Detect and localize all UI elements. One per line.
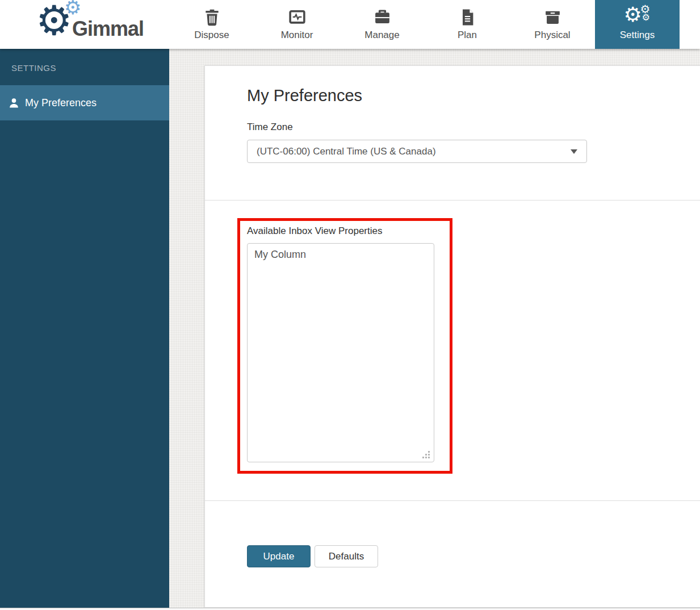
inbox-properties-listbox[interactable]: My Column (247, 243, 434, 462)
logo-small-gear-icon: ⚙ (64, 0, 81, 17)
brand-name: Gimmal (72, 17, 144, 41)
highlight-red-box: Available Inbox View Properties My Colum… (237, 218, 452, 474)
time-zone-label: Time Zone (247, 122, 293, 133)
person-icon (8, 97, 20, 109)
app-window: ⚙ ⚙ Gimmal Dispose Monito (0, 0, 700, 610)
settings-sidebar: SETTINGS My Preferences (0, 49, 169, 608)
gimmal-logo[interactable]: ⚙ ⚙ Gimmal (36, 2, 141, 47)
preferences-panel: My Preferences Time Zone (UTC-06:00) Cen… (204, 65, 700, 608)
nav-item-settings[interactable]: ⚙ ⚙ ⚙ Settings (595, 0, 680, 49)
archive-box-icon (543, 8, 562, 27)
gears-icon: ⚙ ⚙ ⚙ (623, 8, 652, 27)
list-item[interactable]: My Column (248, 244, 434, 266)
monitor-icon (288, 8, 307, 27)
update-button[interactable]: Update (247, 545, 311, 567)
dropdown-arrow-icon (571, 149, 577, 154)
resize-handle[interactable] (428, 457, 430, 458)
top-navigation-bar: ⚙ ⚙ Gimmal Dispose Monito (0, 0, 700, 49)
briefcase-icon (373, 8, 392, 27)
time-zone-select[interactable]: (UTC-06:00) Central Time (US & Canada) (247, 140, 587, 163)
nav-label: Plan (458, 30, 477, 41)
sidebar-item-label: My Preferences (25, 97, 97, 109)
nav-label: Physical (534, 30, 570, 41)
nav-label: Manage (364, 30, 399, 41)
trash-icon (203, 8, 221, 27)
section-divider (205, 200, 700, 200)
gear-large-icon: ⚙ (624, 5, 642, 25)
nav-item-manage[interactable]: Manage (339, 0, 425, 49)
nav-item-monitor[interactable]: Monitor (254, 0, 339, 49)
nav-label: Monitor (281, 30, 313, 41)
gear-smaller-icon: ⚙ (642, 13, 650, 22)
page-title: My Preferences (247, 86, 362, 105)
main-background: My Preferences Time Zone (UTC-06:00) Cen… (169, 49, 700, 610)
nav-item-physical[interactable]: Physical (510, 0, 595, 49)
nav-strip: Dispose Monitor Manage (169, 0, 680, 49)
nav-label: Dispose (194, 30, 229, 41)
nav-item-plan[interactable]: Plan (425, 0, 510, 49)
inbox-properties-label: Available Inbox View Properties (247, 225, 382, 237)
window-bottom-edge (0, 608, 700, 610)
nav-label: Settings (620, 30, 655, 41)
nav-item-dispose[interactable]: Dispose (169, 0, 254, 49)
section-divider (205, 500, 700, 501)
document-icon (458, 8, 477, 27)
sidebar-item-my-preferences[interactable]: My Preferences (0, 85, 169, 120)
sidebar-section-header: SETTINGS (0, 49, 169, 85)
defaults-button[interactable]: Defaults (315, 545, 378, 567)
time-zone-selected-value: (UTC-06:00) Central Time (US & Canada) (248, 140, 586, 162)
